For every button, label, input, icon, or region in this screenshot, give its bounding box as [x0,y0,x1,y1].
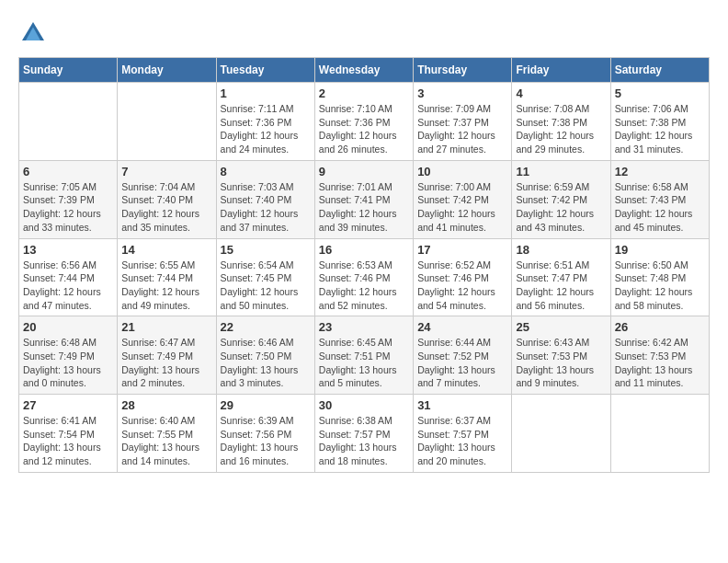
calendar-cell [610,395,709,473]
day-number: 1 [221,86,311,100]
day-detail: Sunrise: 6:55 AMSunset: 7:44 PMDaylight:… [121,259,211,313]
weekday-header-friday: Friday [512,58,610,83]
day-number: 19 [615,243,705,257]
calendar-cell: 30Sunrise: 6:38 AMSunset: 7:57 PMDayligh… [314,395,413,473]
calendar-cell: 31Sunrise: 6:37 AMSunset: 7:57 PMDayligh… [414,395,512,473]
weekday-header-thursday: Thursday [414,58,512,83]
calendar-cell: 29Sunrise: 6:39 AMSunset: 7:56 PMDayligh… [216,395,314,473]
day-number: 27 [23,398,113,412]
calendar-cell: 17Sunrise: 6:52 AMSunset: 7:46 PMDayligh… [414,238,512,316]
day-number: 30 [319,398,409,412]
weekday-header-tuesday: Tuesday [216,58,314,83]
day-number: 14 [121,243,211,257]
day-number: 15 [221,243,311,257]
calendar-table: SundayMondayTuesdayWednesdayThursdayFrid… [18,57,710,473]
day-detail: Sunrise: 6:59 AMSunset: 7:42 PMDaylight:… [516,180,606,235]
calendar-cell: 21Sunrise: 6:47 AMSunset: 7:49 PMDayligh… [118,316,216,395]
calendar-cell: 25Sunrise: 6:43 AMSunset: 7:53 PMDayligh… [512,316,610,395]
day-number: 5 [615,86,705,100]
day-detail: Sunrise: 7:04 AMSunset: 7:40 PMDaylight:… [121,180,211,235]
day-number: 28 [121,398,211,412]
calendar-cell: 14Sunrise: 6:55 AMSunset: 7:44 PMDayligh… [118,238,216,316]
calendar-cell: 7Sunrise: 7:04 AMSunset: 7:40 PMDaylight… [118,160,216,238]
calendar-cell [118,83,216,161]
week-row-1: 1Sunrise: 7:11 AMSunset: 7:36 PMDaylight… [19,83,710,161]
day-detail: Sunrise: 6:48 AMSunset: 7:49 PMDaylight:… [23,336,113,390]
day-detail: Sunrise: 7:08 AMSunset: 7:38 PMDaylight:… [516,102,606,156]
day-number: 9 [319,165,409,178]
day-number: 13 [23,243,113,257]
logo [18,18,51,48]
day-detail: Sunrise: 7:03 AMSunset: 7:40 PMDaylight:… [221,180,311,235]
day-number: 22 [221,320,311,334]
day-detail: Sunrise: 6:40 AMSunset: 7:55 PMDaylight:… [121,414,211,468]
day-detail: Sunrise: 6:41 AMSunset: 7:54 PMDaylight:… [23,414,113,468]
day-number: 31 [417,398,507,412]
day-detail: Sunrise: 6:38 AMSunset: 7:57 PMDaylight:… [319,414,409,468]
day-number: 7 [121,165,211,178]
calendar-cell: 5Sunrise: 7:06 AMSunset: 7:38 PMDaylight… [610,83,709,161]
day-detail: Sunrise: 6:37 AMSunset: 7:57 PMDaylight:… [417,414,507,468]
day-detail: Sunrise: 6:51 AMSunset: 7:47 PMDaylight:… [516,259,606,313]
calendar-cell: 23Sunrise: 6:45 AMSunset: 7:51 PMDayligh… [314,316,413,395]
day-detail: Sunrise: 7:05 AMSunset: 7:39 PMDaylight:… [23,180,113,235]
week-row-5: 27Sunrise: 6:41 AMSunset: 7:54 PMDayligh… [19,395,710,473]
calendar-cell: 18Sunrise: 6:51 AMSunset: 7:47 PMDayligh… [512,238,610,316]
day-number: 17 [417,243,507,257]
calendar-cell: 20Sunrise: 6:48 AMSunset: 7:49 PMDayligh… [19,316,118,395]
day-number: 12 [615,165,705,178]
calendar-cell: 12Sunrise: 6:58 AMSunset: 7:43 PMDayligh… [610,160,709,238]
page-header [18,18,710,48]
day-detail: Sunrise: 7:10 AMSunset: 7:36 PMDaylight:… [319,102,409,156]
day-number: 4 [516,86,606,100]
calendar-cell: 10Sunrise: 7:00 AMSunset: 7:42 PMDayligh… [414,160,512,238]
calendar-cell: 3Sunrise: 7:09 AMSunset: 7:37 PMDaylight… [414,83,512,161]
day-number: 18 [516,243,606,257]
day-number: 29 [221,398,311,412]
week-row-3: 13Sunrise: 6:56 AMSunset: 7:44 PMDayligh… [19,238,710,316]
calendar-cell: 15Sunrise: 6:54 AMSunset: 7:45 PMDayligh… [216,238,314,316]
day-number: 23 [319,320,409,334]
day-number: 6 [23,165,113,178]
calendar-header: SundayMondayTuesdayWednesdayThursdayFrid… [19,58,710,83]
calendar-cell: 27Sunrise: 6:41 AMSunset: 7:54 PMDayligh… [19,395,118,473]
weekday-header-monday: Monday [118,58,216,83]
calendar-cell: 16Sunrise: 6:53 AMSunset: 7:46 PMDayligh… [314,238,413,316]
calendar-cell: 1Sunrise: 7:11 AMSunset: 7:36 PMDaylight… [216,83,314,161]
day-number: 8 [221,165,311,178]
day-detail: Sunrise: 6:43 AMSunset: 7:53 PMDaylight:… [516,336,606,390]
day-detail: Sunrise: 6:42 AMSunset: 7:53 PMDaylight:… [615,336,705,390]
calendar-cell: 24Sunrise: 6:44 AMSunset: 7:52 PMDayligh… [414,316,512,395]
week-row-2: 6Sunrise: 7:05 AMSunset: 7:39 PMDaylight… [19,160,710,238]
day-detail: Sunrise: 6:39 AMSunset: 7:56 PMDaylight:… [221,414,311,468]
day-number: 2 [319,86,409,100]
weekday-header-wednesday: Wednesday [314,58,413,83]
weekday-header-sunday: Sunday [19,58,118,83]
calendar-cell: 26Sunrise: 6:42 AMSunset: 7:53 PMDayligh… [610,316,709,395]
day-number: 25 [516,320,606,334]
calendar-body: 1Sunrise: 7:11 AMSunset: 7:36 PMDaylight… [19,83,710,473]
calendar-cell: 2Sunrise: 7:10 AMSunset: 7:36 PMDaylight… [314,83,413,161]
day-detail: Sunrise: 6:47 AMSunset: 7:49 PMDaylight:… [121,336,211,390]
day-detail: Sunrise: 7:09 AMSunset: 7:37 PMDaylight:… [417,102,507,156]
weekday-row: SundayMondayTuesdayWednesdayThursdayFrid… [19,58,710,83]
calendar-cell: 22Sunrise: 6:46 AMSunset: 7:50 PMDayligh… [216,316,314,395]
day-number: 20 [23,320,113,334]
calendar-cell [512,395,610,473]
weekday-header-saturday: Saturday [610,58,709,83]
day-detail: Sunrise: 7:11 AMSunset: 7:36 PMDaylight:… [221,102,311,156]
day-detail: Sunrise: 7:06 AMSunset: 7:38 PMDaylight:… [615,102,705,156]
calendar-cell: 11Sunrise: 6:59 AMSunset: 7:42 PMDayligh… [512,160,610,238]
day-detail: Sunrise: 6:53 AMSunset: 7:46 PMDaylight:… [319,259,409,313]
day-number: 26 [615,320,705,334]
calendar-cell: 6Sunrise: 7:05 AMSunset: 7:39 PMDaylight… [19,160,118,238]
day-detail: Sunrise: 6:44 AMSunset: 7:52 PMDaylight:… [417,336,507,390]
day-detail: Sunrise: 6:52 AMSunset: 7:46 PMDaylight:… [417,259,507,313]
day-detail: Sunrise: 6:54 AMSunset: 7:45 PMDaylight:… [221,259,311,313]
day-detail: Sunrise: 6:45 AMSunset: 7:51 PMDaylight:… [319,336,409,390]
calendar-cell: 28Sunrise: 6:40 AMSunset: 7:55 PMDayligh… [118,395,216,473]
day-number: 3 [417,86,507,100]
week-row-4: 20Sunrise: 6:48 AMSunset: 7:49 PMDayligh… [19,316,710,395]
day-detail: Sunrise: 7:01 AMSunset: 7:41 PMDaylight:… [319,180,409,235]
day-detail: Sunrise: 6:56 AMSunset: 7:44 PMDaylight:… [23,259,113,313]
